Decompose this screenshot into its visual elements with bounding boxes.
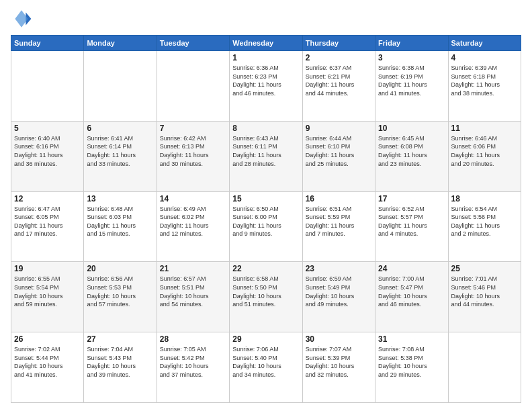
calendar-cell: 25Sunrise: 7:01 AM Sunset: 5:46 PM Dayli… xyxy=(448,262,521,332)
calendar-cell xyxy=(11,51,84,122)
day-number: 11 xyxy=(451,124,518,133)
calendar-cell: 7Sunrise: 6:42 AM Sunset: 6:13 PM Daylig… xyxy=(157,121,229,191)
page: SundayMondayTuesdayWednesdayThursdayFrid… xyxy=(0,0,532,411)
day-details: Sunrise: 7:04 AM Sunset: 5:43 PM Dayligh… xyxy=(87,345,153,379)
calendar-cell: 9Sunrise: 6:44 AM Sunset: 6:10 PM Daylig… xyxy=(302,121,375,191)
weekday-header-tuesday: Tuesday xyxy=(157,36,229,51)
day-details: Sunrise: 6:36 AM Sunset: 6:23 PM Dayligh… xyxy=(232,64,299,97)
day-number: 9 xyxy=(306,124,372,133)
calendar-cell: 4Sunrise: 6:39 AM Sunset: 6:18 PM Daylig… xyxy=(448,51,521,122)
weekday-header-thursday: Thursday xyxy=(302,36,375,51)
day-number: 26 xyxy=(14,334,81,344)
day-number: 28 xyxy=(160,334,226,344)
calendar-cell: 30Sunrise: 7:07 AM Sunset: 5:39 PM Dayli… xyxy=(302,332,375,403)
day-number: 25 xyxy=(451,264,518,273)
day-number: 29 xyxy=(232,334,299,344)
day-number: 27 xyxy=(87,334,153,344)
calendar-cell: 21Sunrise: 6:57 AM Sunset: 5:51 PM Dayli… xyxy=(157,262,229,332)
calendar-cell: 31Sunrise: 7:08 AM Sunset: 5:38 PM Dayli… xyxy=(375,332,448,403)
day-number: 19 xyxy=(14,264,81,273)
day-details: Sunrise: 7:01 AM Sunset: 5:46 PM Dayligh… xyxy=(451,275,518,308)
calendar-cell: 8Sunrise: 6:43 AM Sunset: 6:11 PM Daylig… xyxy=(230,121,302,191)
day-number: 13 xyxy=(87,194,153,203)
logo-icon xyxy=(11,8,32,30)
calendar-cell: 10Sunrise: 6:45 AM Sunset: 6:08 PM Dayli… xyxy=(375,121,448,191)
weekday-header-sunday: Sunday xyxy=(11,36,84,51)
calendar-cell: 5Sunrise: 6:40 AM Sunset: 6:16 PM Daylig… xyxy=(11,121,84,191)
day-details: Sunrise: 6:41 AM Sunset: 6:14 PM Dayligh… xyxy=(87,134,153,168)
calendar-cell: 6Sunrise: 6:41 AM Sunset: 6:14 PM Daylig… xyxy=(84,121,157,191)
day-number: 31 xyxy=(378,334,445,344)
calendar-header: SundayMondayTuesdayWednesdayThursdayFrid… xyxy=(11,36,521,51)
weekday-header-monday: Monday xyxy=(84,36,157,51)
day-details: Sunrise: 6:43 AM Sunset: 6:11 PM Dayligh… xyxy=(232,134,299,168)
weekday-header-friday: Friday xyxy=(375,36,448,51)
day-details: Sunrise: 6:40 AM Sunset: 6:16 PM Dayligh… xyxy=(14,134,81,168)
day-number: 15 xyxy=(232,194,299,203)
calendar-cell: 19Sunrise: 6:55 AM Sunset: 5:54 PM Dayli… xyxy=(11,262,84,332)
day-details: Sunrise: 6:57 AM Sunset: 5:51 PM Dayligh… xyxy=(160,275,226,308)
day-number: 3 xyxy=(378,53,445,62)
week-row-4: 26Sunrise: 7:02 AM Sunset: 5:44 PM Dayli… xyxy=(11,332,521,403)
day-number: 7 xyxy=(160,124,226,133)
calendar-cell: 17Sunrise: 6:52 AM Sunset: 5:57 PM Dayli… xyxy=(375,191,448,262)
calendar-cell: 27Sunrise: 7:04 AM Sunset: 5:43 PM Dayli… xyxy=(84,332,157,403)
day-details: Sunrise: 6:44 AM Sunset: 6:10 PM Dayligh… xyxy=(306,134,372,168)
calendar-cell: 11Sunrise: 6:46 AM Sunset: 6:06 PM Dayli… xyxy=(448,121,521,191)
day-number: 23 xyxy=(306,264,372,273)
day-number: 10 xyxy=(378,124,445,133)
calendar-cell xyxy=(157,51,229,122)
calendar-body: 1Sunrise: 6:36 AM Sunset: 6:23 PM Daylig… xyxy=(11,51,521,403)
logo xyxy=(11,8,35,30)
day-details: Sunrise: 7:00 AM Sunset: 5:47 PM Dayligh… xyxy=(378,275,445,308)
calendar-cell: 1Sunrise: 6:36 AM Sunset: 6:23 PM Daylig… xyxy=(230,51,302,122)
day-number: 6 xyxy=(87,124,153,133)
calendar-cell xyxy=(84,51,157,122)
day-number: 8 xyxy=(232,124,299,133)
day-details: Sunrise: 6:59 AM Sunset: 5:49 PM Dayligh… xyxy=(306,275,372,308)
day-details: Sunrise: 6:47 AM Sunset: 6:05 PM Dayligh… xyxy=(14,205,81,238)
calendar-table: SundayMondayTuesdayWednesdayThursdayFrid… xyxy=(11,35,521,403)
day-details: Sunrise: 7:08 AM Sunset: 5:38 PM Dayligh… xyxy=(378,345,445,379)
calendar-cell: 16Sunrise: 6:51 AM Sunset: 5:59 PM Dayli… xyxy=(302,191,375,262)
day-number: 5 xyxy=(14,124,81,133)
day-number: 21 xyxy=(160,264,226,273)
day-number: 30 xyxy=(306,334,372,344)
day-details: Sunrise: 6:52 AM Sunset: 5:57 PM Dayligh… xyxy=(378,205,445,238)
day-details: Sunrise: 6:55 AM Sunset: 5:54 PM Dayligh… xyxy=(14,275,81,308)
calendar-cell: 14Sunrise: 6:49 AM Sunset: 6:02 PM Dayli… xyxy=(157,191,229,262)
day-details: Sunrise: 6:56 AM Sunset: 5:53 PM Dayligh… xyxy=(87,275,153,308)
day-details: Sunrise: 6:38 AM Sunset: 6:19 PM Dayligh… xyxy=(378,64,445,97)
day-number: 24 xyxy=(378,264,445,273)
day-details: Sunrise: 7:06 AM Sunset: 5:40 PM Dayligh… xyxy=(232,345,299,379)
day-number: 17 xyxy=(378,194,445,203)
calendar-cell: 3Sunrise: 6:38 AM Sunset: 6:19 PM Daylig… xyxy=(375,51,448,122)
calendar-cell: 12Sunrise: 6:47 AM Sunset: 6:05 PM Dayli… xyxy=(11,191,84,262)
day-details: Sunrise: 6:42 AM Sunset: 6:13 PM Dayligh… xyxy=(160,134,226,168)
calendar-cell: 2Sunrise: 6:37 AM Sunset: 6:21 PM Daylig… xyxy=(302,51,375,122)
day-details: Sunrise: 6:58 AM Sunset: 5:50 PM Dayligh… xyxy=(232,275,299,308)
weekday-header-wednesday: Wednesday xyxy=(230,36,302,51)
weekday-header-row: SundayMondayTuesdayWednesdayThursdayFrid… xyxy=(11,36,521,51)
day-details: Sunrise: 6:48 AM Sunset: 6:03 PM Dayligh… xyxy=(87,205,153,238)
calendar-cell: 29Sunrise: 7:06 AM Sunset: 5:40 PM Dayli… xyxy=(230,332,302,403)
calendar-cell: 24Sunrise: 7:00 AM Sunset: 5:47 PM Dayli… xyxy=(375,262,448,332)
day-details: Sunrise: 7:07 AM Sunset: 5:39 PM Dayligh… xyxy=(306,345,372,379)
calendar-cell: 20Sunrise: 6:56 AM Sunset: 5:53 PM Dayli… xyxy=(84,262,157,332)
weekday-header-saturday: Saturday xyxy=(448,36,521,51)
day-details: Sunrise: 6:37 AM Sunset: 6:21 PM Dayligh… xyxy=(306,64,372,97)
day-number: 14 xyxy=(160,194,226,203)
day-number: 20 xyxy=(87,264,153,273)
day-details: Sunrise: 6:45 AM Sunset: 6:08 PM Dayligh… xyxy=(378,134,445,168)
day-number: 12 xyxy=(14,194,81,203)
calendar-cell: 23Sunrise: 6:59 AM Sunset: 5:49 PM Dayli… xyxy=(302,262,375,332)
week-row-3: 19Sunrise: 6:55 AM Sunset: 5:54 PM Dayli… xyxy=(11,262,521,332)
week-row-2: 12Sunrise: 6:47 AM Sunset: 6:05 PM Dayli… xyxy=(11,191,521,262)
day-number: 16 xyxy=(306,194,372,203)
calendar-cell: 26Sunrise: 7:02 AM Sunset: 5:44 PM Dayli… xyxy=(11,332,84,403)
calendar-cell: 28Sunrise: 7:05 AM Sunset: 5:42 PM Dayli… xyxy=(157,332,229,403)
day-details: Sunrise: 7:02 AM Sunset: 5:44 PM Dayligh… xyxy=(14,345,81,379)
calendar-cell: 13Sunrise: 6:48 AM Sunset: 6:03 PM Dayli… xyxy=(84,191,157,262)
day-details: Sunrise: 6:39 AM Sunset: 6:18 PM Dayligh… xyxy=(451,64,518,97)
week-row-0: 1Sunrise: 6:36 AM Sunset: 6:23 PM Daylig… xyxy=(11,51,521,122)
